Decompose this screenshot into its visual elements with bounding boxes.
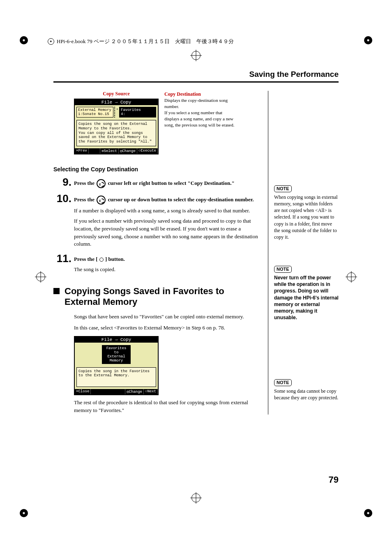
source-header: ✦ HPi-6-e.book 79 ページ ２００５年１１月１５日 火曜日 午後… [48,38,344,45]
crop-mark-icon [20,509,28,519]
step-text: Press the [ ] button. [74,256,125,262]
step-number: 9. [53,177,74,188]
lcd-foot-item: ×Prev [75,148,89,154]
circle-button-icon [99,258,104,262]
note-block: NOTE Never turn off the power while the … [274,266,339,321]
section-heading: Copying Songs Saved in Favorites to Exte… [53,286,261,308]
lcd-text: External Memory [78,108,112,112]
step-11: 11. Press the [ ] button. The song is co… [53,253,261,274]
copy-dest-caption: Copy Destination Displays the copy-desti… [164,91,236,154]
note-text: When copying songs in external memory, s… [274,194,339,240]
body-text: Songs that have been saved to "Favorites… [74,313,261,321]
lcd-foot-item: ○Execute [137,148,158,154]
lcd-foot-item: ○Next [144,389,158,394]
registration-mark-icon [36,272,45,283]
lcd-foot-item: ◎Change [119,148,137,154]
registration-mark-icon [191,51,201,62]
side-column: NOTE When copying songs in external memo… [268,91,339,415]
step-para: If you select a number with previously s… [74,217,261,248]
lcd-desc: Copies the song on the External Memory t… [76,120,156,146]
page-content: Saving the Performance Copy Source File … [53,70,339,485]
arrow-right-icon: ➔ [116,107,118,117]
lcd-box: Favorites to External Memory [102,345,131,364]
registration-mark-icon [347,272,356,283]
note-badge: NOTE [274,185,292,192]
lcd-right-box: Favorites 4: [119,107,156,117]
copy-dest-label: Copy Destination [164,91,236,97]
body-text: In this case, select <Favorites to Exter… [74,324,261,332]
note-block: NOTE When copying songs in external memo… [274,185,339,240]
figure-copy-screen: Copy Source File → Copy External Memory … [74,91,261,154]
head-rule [53,81,339,83]
main-column: Copy Source File → Copy External Memory … [53,91,261,415]
body-text: The rest of the procedure is identical t… [74,398,261,415]
note-badge: NOTE [274,379,292,386]
cursor-icon [97,179,106,188]
step-9: 9. Press the cursor left or right button… [53,177,261,188]
lcd-title: File → Copy [75,337,158,343]
lcd-foot-item: ⊙Select [100,148,119,154]
cursor-icon [97,196,106,205]
bullet-square-icon [53,288,60,294]
lcd-screenshot: File → Copy External Memory 1:Sonate No.… [74,99,159,154]
lcd-desc: Copies the song in the Favorites to the … [76,367,156,387]
lcd-footer: ×Close ◎Change ○Next [75,389,158,394]
note-block: NOTE Some song data cannot be copy becau… [274,379,339,401]
step-para: The song is copied. [74,266,261,274]
book-icon: ✦ [48,38,54,45]
lcd-text: 4: [121,112,154,116]
lcd-screenshot-2: File → Copy Favorites to External Memory… [74,336,159,395]
crop-mark-icon [364,509,372,519]
step-10: 10. Press the cursor up or down button t… [53,193,261,248]
step-text: Press the cursor left or right button to… [74,180,235,186]
crop-mark-icon [20,36,28,46]
copy-dest-body: Displays the copy-destination song numbe… [164,97,236,128]
registration-mark-icon [191,493,201,504]
step-number: 11. [53,253,74,274]
lcd-title: File → Copy [75,99,158,105]
note-text: Never turn off the power while the opera… [274,274,339,321]
page-number: 79 [329,474,339,485]
lcd-divider [114,107,115,117]
lcd-text: 1:Sonate No.15 [78,112,112,116]
lcd-text: Favorites [121,108,154,112]
lcd-left-box: External Memory 1:Sonate No.15 [76,107,113,117]
subheading: Selecting the Copy Destination [53,166,261,173]
heading-text: Copying Songs Saved in Favorites to Exte… [65,286,261,308]
running-head: Saving the Performance [53,70,339,79]
lcd-footer: ×Prev ⊙Select ◎Change ○Execute [75,148,158,154]
step-para: If a number is displayed with a song nam… [74,207,261,215]
note-badge: NOTE [274,266,292,273]
step-number: 10. [53,193,74,248]
copy-source-label: Copy Source [74,91,159,97]
lcd-foot-item: ◎Change [125,389,144,394]
note-text: Some song data cannot be copy because th… [274,388,339,401]
step-text: Press the cursor up or down button to se… [74,196,254,203]
source-header-text: HPi-6-e.book 79 ページ ２００５年１１月１５日 火曜日 午後３時… [57,38,234,45]
crop-mark-icon [364,36,372,46]
lcd-foot-item: ×Close [75,389,91,394]
